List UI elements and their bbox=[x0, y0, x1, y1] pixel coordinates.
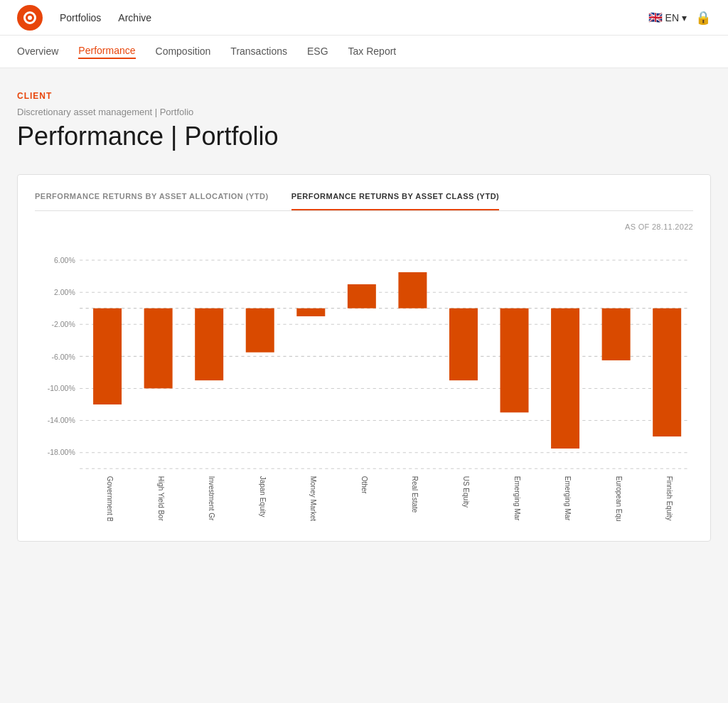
xlabel-real-estate: Real Estate bbox=[411, 476, 419, 513]
xlabel-japan-equity: Japan Equity bbox=[259, 476, 267, 517]
svg-text:-10.00%: -10.00% bbox=[48, 384, 75, 392]
tab-esg[interactable]: ESG bbox=[307, 45, 328, 58]
svg-text:-2.00%: -2.00% bbox=[51, 320, 75, 328]
xlabel-high-yield-bonds: High Yield Bonds bbox=[157, 476, 165, 521]
bar-emerging-market-equity bbox=[551, 308, 579, 449]
svg-text:-6.00%: -6.00% bbox=[51, 353, 75, 361]
section-label: CLIENT bbox=[17, 91, 711, 101]
xlabel-other: Other bbox=[360, 476, 368, 495]
nav-links: Portfolios Archive bbox=[60, 12, 648, 23]
bar-high-yield-bonds bbox=[144, 308, 173, 389]
bar-other bbox=[348, 284, 376, 308]
chart-area: AS OF 28.11.2022 6.00% 2.00% bbox=[35, 222, 693, 524]
page-subtitle: Discretionary asset management | Portfol… bbox=[17, 107, 711, 117]
bar-european-equity bbox=[602, 308, 631, 360]
bar-real-estate bbox=[398, 272, 427, 308]
svg-text:6.00%: 6.00% bbox=[54, 256, 75, 264]
tab-asset-class[interactable]: PERFORMANCE RETURNS BY ASSET CLASS (YTD) bbox=[291, 192, 500, 210]
xlabel-money-market: Money Market bbox=[309, 476, 317, 521]
lock-icon[interactable]: 🔒 bbox=[695, 10, 711, 26]
xlabel-investment-grade-bonds: Investment Grade Bonds bbox=[208, 476, 215, 521]
svg-text:-18.00%: -18.00% bbox=[48, 448, 75, 456]
bar-emerging-market-debt bbox=[500, 308, 529, 413]
as-of-label: AS OF 28.11.2022 bbox=[35, 222, 693, 231]
main-content: CLIENT Discretionary asset management | … bbox=[0, 68, 728, 564]
xlabel-emerging-market-equity: Emerging Market Equity bbox=[564, 476, 572, 521]
flag-icon: 🇬🇧 bbox=[648, 11, 663, 24]
xlabel-european-equity: European Equity bbox=[615, 476, 623, 521]
chart-tabs: PERFORMANCE RETURNS BY ASSET ALLOCATION … bbox=[35, 192, 693, 211]
bar-investment-grade-bonds bbox=[195, 308, 223, 380]
svg-text:-14.00%: -14.00% bbox=[48, 416, 75, 424]
tab-overview[interactable]: Overview bbox=[17, 45, 58, 58]
tab-tax-report[interactable]: Tax Report bbox=[348, 45, 397, 58]
bar-japan-equity bbox=[246, 308, 274, 353]
nav-portfolios[interactable]: Portfolios bbox=[60, 12, 101, 23]
tab-asset-allocation[interactable]: PERFORMANCE RETURNS BY ASSET ALLOCATION … bbox=[35, 192, 269, 210]
bar-us-equity bbox=[449, 308, 478, 380]
page-title: Performance | Portfolio bbox=[17, 122, 711, 151]
bar-chart: 6.00% 2.00% -2.00% -6.00% -10.00% -14.00… bbox=[35, 237, 693, 521]
chart-card: PERFORMANCE RETURNS BY ASSET ALLOCATION … bbox=[17, 174, 711, 542]
nav-archive[interactable]: Archive bbox=[118, 12, 151, 23]
logo-icon[interactable] bbox=[17, 5, 43, 31]
xlabel-government-bonds: Government Bonds bbox=[106, 476, 114, 521]
lang-label: EN bbox=[665, 12, 679, 23]
tab-transactions[interactable]: Transactions bbox=[230, 45, 287, 58]
sub-nav: Overview Performance Composition Transac… bbox=[0, 36, 728, 68]
bar-money-market bbox=[296, 308, 325, 316]
xlabel-finnish-equity: Finnish Equity bbox=[665, 476, 673, 521]
xlabel-us-equity: US Equity bbox=[462, 476, 470, 508]
bar-government-bonds bbox=[93, 308, 122, 404]
tab-composition[interactable]: Composition bbox=[156, 45, 211, 58]
xlabel-emerging-market-debt: Emerging Market Debt bbox=[513, 476, 521, 521]
chevron-down-icon: ▾ bbox=[682, 12, 687, 23]
nav-right: 🇬🇧 EN ▾ 🔒 bbox=[648, 10, 711, 26]
lang-selector[interactable]: 🇬🇧 EN ▾ bbox=[648, 11, 687, 24]
svg-text:2.00%: 2.00% bbox=[54, 288, 75, 296]
top-nav: Portfolios Archive 🇬🇧 EN ▾ 🔒 bbox=[0, 0, 728, 36]
tab-performance[interactable]: Performance bbox=[78, 45, 135, 59]
bar-finnish-equity bbox=[653, 308, 681, 436]
